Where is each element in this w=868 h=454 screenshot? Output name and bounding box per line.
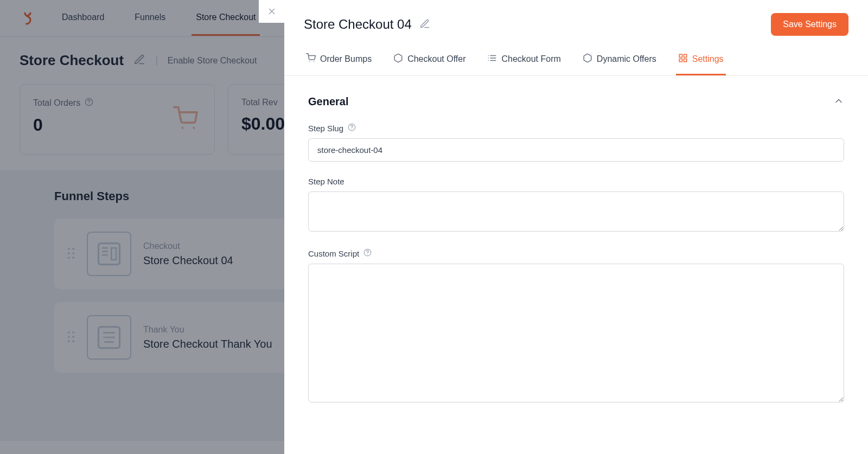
tab-settings[interactable]: Settings — [676, 44, 726, 75]
svg-rect-22 — [684, 59, 686, 62]
help-icon[interactable] — [363, 248, 372, 258]
svg-point-18 — [314, 61, 315, 62]
svg-point-17 — [309, 61, 310, 62]
settings-panel: Store Checkout 04 Save Settings Order Bu… — [284, 0, 868, 454]
step-note-label: Step Note — [308, 177, 344, 186]
tab-order-bumps[interactable]: Order Bumps — [304, 44, 374, 75]
svg-rect-21 — [679, 59, 682, 62]
box-icon — [393, 53, 403, 65]
svg-rect-19 — [679, 54, 682, 57]
tab-dynamic-offers[interactable]: Dynamic Offers — [580, 44, 659, 75]
cart-icon — [306, 53, 316, 65]
step-slug-input[interactable] — [308, 138, 844, 162]
save-settings-button[interactable]: Save Settings — [771, 13, 848, 36]
settings-icon — [678, 53, 688, 65]
step-slug-label: Step Slug — [308, 124, 343, 133]
chevron-up-icon[interactable] — [833, 95, 844, 108]
list-icon — [487, 53, 497, 65]
help-icon[interactable] — [348, 123, 356, 133]
svg-rect-20 — [684, 54, 686, 57]
box-icon — [583, 53, 592, 65]
close-panel-button[interactable] — [259, 0, 284, 23]
custom-script-label: Custom Script — [308, 249, 359, 258]
edit-panel-title-icon[interactable] — [419, 18, 430, 31]
custom-script-textarea[interactable] — [308, 264, 844, 402]
tab-checkout-offer[interactable]: Checkout Offer — [391, 44, 468, 75]
step-note-textarea[interactable] — [308, 191, 844, 232]
panel-title: Store Checkout 04 — [304, 17, 412, 32]
general-section-title: General — [308, 95, 348, 108]
tab-checkout-form[interactable]: Checkout Form — [485, 44, 563, 75]
